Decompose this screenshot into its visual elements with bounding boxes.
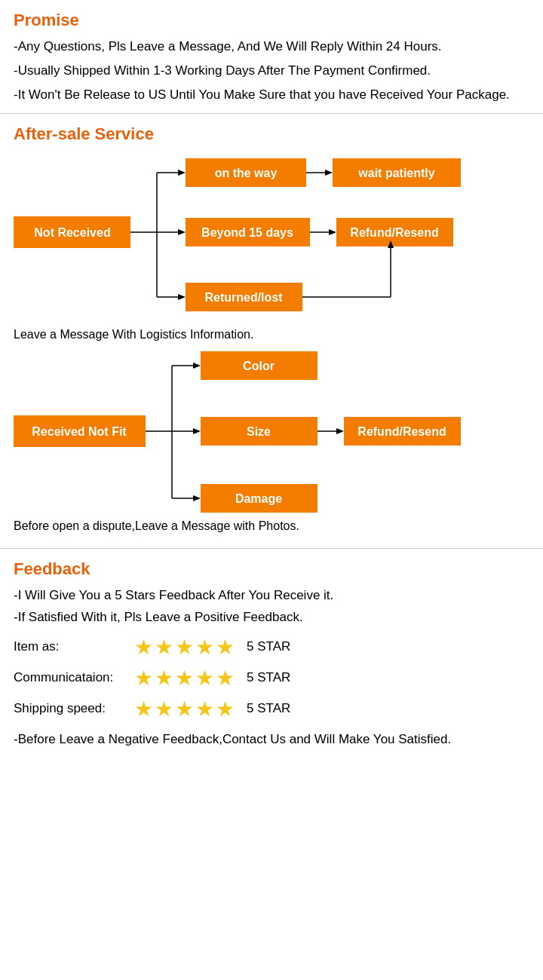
- svg-marker-21: [178, 294, 186, 300]
- svg-text:Not  Received: Not Received: [34, 226, 110, 239]
- promise-line-1: -Any Questions, Pls Leave a Message, And…: [14, 36, 529, 57]
- note2: Before open a dispute,Leave a Message wi…: [14, 519, 529, 533]
- svg-marker-13: [178, 229, 186, 235]
- feedback-section: Feedback -I Will Give You a 5 Stars Feed…: [0, 549, 543, 758]
- rating-label-item: Item as:: [14, 639, 134, 654]
- svg-text:wait   patiently: wait patiently: [357, 167, 434, 179]
- svg-text:Damage: Damage: [235, 492, 282, 505]
- promise-title: Promise: [14, 11, 529, 30]
- not-received-diagram: Not Received on the way wait patiently B…: [14, 150, 541, 323]
- rating-label-shipping: Shipping speed:: [14, 701, 134, 716]
- promise-line-3: -It Won't Be Release to US Until You Mak…: [14, 84, 529, 106]
- feedback-closing: -Before Leave a Negative Feedback,Contac…: [14, 729, 529, 751]
- star-count-communication: 5 STAR: [247, 670, 290, 685]
- note1: Leave a Message With Logistics Informati…: [14, 328, 529, 341]
- svg-text:Refund/Resend: Refund/Resend: [350, 226, 438, 239]
- received-not-fit-diagram: Received Not Fit Color Size Refund/Resen…: [14, 349, 541, 515]
- star-count-shipping: 5 STAR: [247, 701, 290, 716]
- stars-shipping: ★ ★ ★ ★ ★: [134, 697, 236, 721]
- svg-marker-36: [193, 428, 201, 434]
- svg-text:Size: Size: [247, 425, 271, 438]
- svg-text:Returned/lost: Returned/lost: [204, 291, 283, 304]
- svg-text:Received  Not  Fit: Received Not Fit: [32, 425, 127, 438]
- feedback-line-2: -If Satisfied With it, Pls Leave a Posit…: [14, 607, 529, 629]
- svg-marker-44: [193, 495, 201, 501]
- stars-communication: ★ ★ ★ ★ ★: [134, 666, 236, 691]
- feedback-title: Feedback: [14, 559, 529, 579]
- rating-row-item: Item as: ★ ★ ★ ★ ★ 5 STAR: [14, 635, 529, 660]
- svg-marker-32: [193, 363, 201, 369]
- svg-text:on  the  way: on the way: [215, 167, 278, 179]
- feedback-line-1: -I Will Give You a 5 Stars Feedback Afte…: [14, 585, 529, 607]
- rating-row-communication: Communicataion: ★ ★ ★ ★ ★ 5 STAR: [14, 666, 529, 691]
- svg-text:Beyond  15  days: Beyond 15 days: [201, 226, 293, 239]
- star-count-item: 5 STAR: [247, 639, 290, 654]
- svg-text:Color: Color: [243, 360, 275, 372]
- stars-item: ★ ★ ★ ★ ★: [134, 635, 236, 660]
- promise-section: Promise -Any Questions, Pls Leave a Mess…: [0, 0, 543, 114]
- rating-row-shipping: Shipping speed: ★ ★ ★ ★ ★ 5 STAR: [14, 697, 529, 721]
- promise-text: -Any Questions, Pls Leave a Message, And…: [14, 36, 529, 106]
- svg-marker-17: [329, 229, 336, 235]
- promise-line-2: -Usually Shipped Within 1-3 Working Days…: [14, 60, 529, 81]
- svg-marker-40: [336, 428, 344, 434]
- svg-marker-5: [178, 170, 186, 176]
- aftersale-section: After-sale Service Not Received on the w…: [0, 114, 543, 549]
- svg-text:Refund/Resend: Refund/Resend: [357, 425, 446, 438]
- aftersale-title: After-sale Service: [14, 124, 529, 144]
- rating-label-communication: Communicataion:: [14, 670, 134, 685]
- svg-marker-9: [325, 170, 333, 176]
